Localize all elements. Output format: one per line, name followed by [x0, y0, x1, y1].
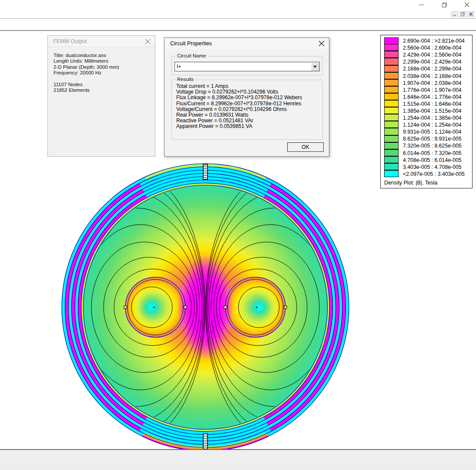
legend-rows: 2.690e-004 : >2.821e-0042.560e-004 : 2.6…	[384, 37, 472, 178]
legend-range-label: 1.385e-004 : 1.515e-004	[403, 108, 462, 114]
circuit-dialog-titlebar[interactable]: Circuit Properties	[164, 38, 329, 49]
legend-row: 2.690e-004 : >2.821e-004	[384, 37, 472, 44]
toolbar-separator-top	[0, 18, 476, 19]
legend-color-swatch	[384, 170, 399, 177]
legend-color-swatch	[384, 114, 399, 121]
plot-client-area: FEMM Output Title: dualconductor.ansLeng…	[0, 31, 476, 449]
menu-bar	[0, 10, 476, 18]
legend-color-swatch	[384, 100, 399, 107]
legend-row: 1.515e-004 : 1.646e-004	[384, 101, 472, 107]
legend-color-swatch	[384, 163, 399, 170]
mdi-close-icon	[469, 12, 473, 16]
legend-range-label: 2.168e-004 : 2.299e-004	[403, 66, 462, 72]
legend-color-swatch	[384, 128, 399, 135]
legend-footer-label: Density Plot: |B|, Tesla	[384, 180, 472, 186]
result-line: Apparent Power = 0.0539851 VA	[176, 124, 322, 129]
close-icon	[464, 2, 469, 7]
legend-range-label: 1.124e-004 : 1.254e-004	[403, 122, 462, 128]
femm-output-line: Length Units: Millimeters	[54, 58, 155, 64]
legend-range-label: 1.776e-004 : 1.907e-004	[403, 87, 462, 93]
left-label-point	[153, 306, 154, 308]
status-bar	[0, 463, 476, 470]
legend-row: 2.299e-004 : 2.429e-004	[384, 58, 472, 65]
legend-row: 1.254e-004 : 1.385e-004	[384, 114, 472, 121]
legend-color-swatch	[384, 156, 399, 163]
right-label-point	[256, 306, 257, 308]
close-icon	[145, 39, 151, 44]
legend-color-swatch	[384, 37, 399, 44]
results-group: Results Total current = 1 AmpsVoltage Dr…	[171, 80, 323, 140]
legend-row: 3.403e-005 : 4.708e-005	[384, 164, 472, 171]
result-line: Flux Linkage = 8.29962e-007+I*3.07978e-0…	[176, 95, 322, 101]
legend-range-label: 1.646e-004 : 1.776e-004	[403, 94, 462, 100]
legend-color-swatch	[384, 72, 399, 79]
minimize-button[interactable]	[416, 0, 427, 9]
circuit-dialog-title: Circuit Properties	[170, 40, 212, 47]
legend-color-swatch	[384, 51, 399, 58]
ok-button[interactable]: OK	[287, 142, 324, 152]
window-titlebar[interactable]	[0, 0, 476, 10]
circuit-properties-dialog: Circuit Properties Circuit Name I+	[164, 37, 329, 157]
mdi-minimize-button[interactable]	[451, 11, 458, 17]
legend-range-label: <2.097e-005 : 3.403e-005	[403, 171, 465, 177]
restore-button[interactable]	[439, 0, 450, 9]
femm-output-text: Title: dualconductor.ansLength Units: Mi…	[48, 47, 155, 94]
legend-color-swatch	[384, 107, 399, 114]
legend-range-label: 1.254e-004 : 1.385e-004	[403, 115, 462, 121]
legend-range-label: 2.429e-004 : 2.560e-004	[403, 52, 462, 58]
app-window: FEMM Output Title: dualconductor.ansLeng…	[0, 0, 476, 470]
circuit-name-value: I+	[175, 64, 311, 70]
legend-row: 1.646e-004 : 1.776e-004	[384, 94, 472, 101]
femm-output-titlebar[interactable]: FEMM Output	[48, 36, 155, 47]
legend-color-swatch	[384, 58, 399, 65]
density-plot-legend: 2.690e-004 : >2.821e-0042.560e-004 : 2.6…	[380, 35, 473, 188]
legend-color-swatch	[384, 93, 399, 100]
mdi-restore-button[interactable]	[459, 11, 466, 17]
legend-row: 2.038e-004 : 2.168e-004	[384, 72, 472, 79]
femm-output-close-button[interactable]	[144, 38, 151, 45]
femm-output-title: FEMM Output	[53, 38, 87, 44]
legend-range-label: 9.931e-005 : 1.124e-004	[403, 129, 462, 135]
restore-icon	[442, 2, 447, 8]
results-text: Total current = 1 AmpsVoltage Drop = 0.0…	[172, 80, 322, 130]
legend-color-swatch	[384, 149, 399, 156]
legend-color-swatch	[384, 44, 399, 51]
legend-color-swatch	[384, 65, 399, 72]
femm-output-line: Title: dualconductor.ans	[54, 53, 155, 58]
legend-row: 1.907e-004 : 2.038e-004	[384, 80, 472, 87]
legend-color-swatch	[384, 135, 399, 142]
legend-row: 9.931e-005 : 1.124e-004	[384, 128, 472, 135]
legend-range-label: 2.038e-004 : 2.168e-004	[403, 73, 462, 79]
results-group-label: Results	[175, 77, 195, 82]
legend-range-label: 8.625e-005 : 9.931e-005	[403, 136, 462, 142]
mdi-restore-icon	[461, 12, 465, 17]
legend-row: <2.097e-005 : 3.403e-005	[384, 171, 472, 178]
legend-row: 2.168e-004 : 2.299e-004	[384, 65, 472, 72]
circuit-dialog-close-button[interactable]	[318, 40, 325, 47]
femm-output-panel: FEMM Output Title: dualconductor.ansLeng…	[47, 35, 155, 157]
femm-output-line: 21852 Elements	[54, 87, 155, 93]
femm-output-line: 11107 Nodes	[54, 82, 155, 87]
close-button[interactable]	[461, 0, 473, 9]
legend-row: 8.625e-005 : 9.931e-005	[384, 135, 472, 142]
legend-range-label: 1.907e-004 : 2.038e-004	[403, 80, 462, 86]
legend-range-label: 2.560e-004 : 2.690e-004	[403, 45, 462, 51]
circuit-name-combobox[interactable]: I+	[174, 62, 320, 71]
legend-row: 1.776e-004 : 1.907e-004	[384, 87, 472, 94]
combobox-dropdown-button[interactable]	[311, 63, 319, 70]
legend-row: 6.014e-005 : 7.320e-005	[384, 150, 472, 157]
close-icon	[318, 40, 325, 47]
circuit-name-group-label: Circuit Name	[175, 53, 208, 58]
legend-row: 2.560e-004 : 2.690e-004	[384, 44, 472, 51]
legend-range-label: 7.320e-005 : 8.625e-005	[403, 143, 462, 149]
femm-output-line: Frequency: 20000 Hz	[54, 70, 155, 76]
legend-range-label: 6.014e-005 : 7.320e-005	[403, 150, 462, 156]
legend-range-label: 1.515e-004 : 1.646e-004	[403, 101, 462, 107]
mdi-window-controls	[451, 11, 475, 17]
chevron-down-icon	[313, 66, 317, 68]
legend-row: 7.320e-005 : 8.625e-005	[384, 142, 472, 149]
legend-row: 2.429e-004 : 2.560e-004	[384, 51, 472, 58]
mdi-close-button[interactable]	[467, 11, 475, 17]
femm-output-line	[54, 76, 155, 82]
minimize-icon	[419, 2, 424, 7]
